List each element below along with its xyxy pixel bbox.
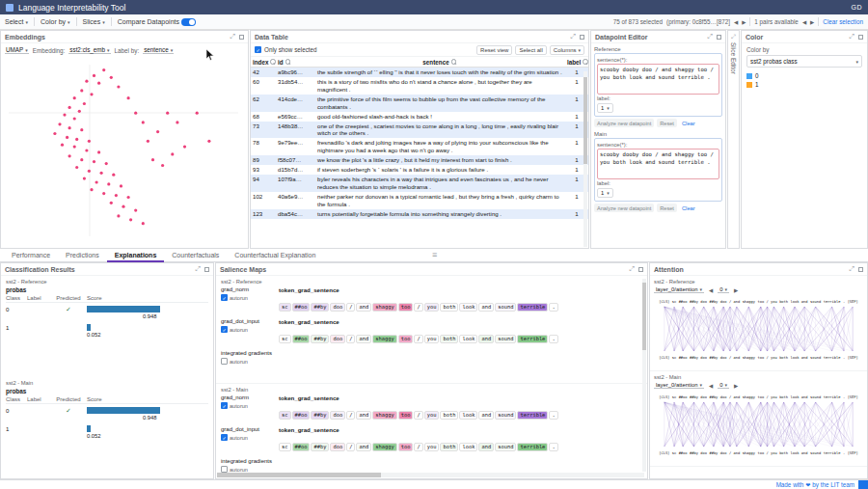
table-row[interactable]: 123dba54c…turns potentially forgettable … <box>251 209 588 219</box>
maximize-icon[interactable] <box>580 35 584 40</box>
token-chip[interactable]: sound <box>495 443 516 451</box>
token-chip[interactable]: . <box>549 411 557 420</box>
token-chip[interactable]: too <box>398 443 414 451</box>
token-chip[interactable]: . <box>549 303 557 312</box>
token-chip[interactable]: shaggy <box>372 411 396 420</box>
column-header-id[interactable]: id <box>276 58 314 67</box>
slice-editor-panel[interactable]: ⤢ Slice Editor <box>727 30 740 249</box>
token-chip[interactable]: you <box>424 303 440 312</box>
token-chip[interactable]: shaggy <box>372 303 396 312</box>
token-chip[interactable]: both <box>440 411 458 420</box>
prev-head-icon[interactable]: ◀ <box>709 383 713 389</box>
scrollbar-vertical[interactable] <box>642 279 646 472</box>
prev-datapoint-icon[interactable]: ◀ <box>734 19 738 25</box>
autorun-checkbox[interactable]: ✓ <box>221 402 228 409</box>
next-head-icon[interactable]: ▶ <box>734 383 738 389</box>
user-initials[interactable]: GD <box>852 4 863 11</box>
reset-button[interactable]: Reset <box>657 119 677 127</box>
autorun-checkbox[interactable]: ✓ <box>221 294 228 301</box>
autorun-checkbox[interactable] <box>221 466 228 473</box>
token-chip[interactable]: ##by <box>311 443 329 451</box>
compare-datapoints-control[interactable]: Compare Datapoints <box>118 18 196 26</box>
autorun-control[interactable]: ✓autorun <box>221 402 277 409</box>
token-chip[interactable]: ##oo <box>292 411 311 420</box>
sentence-input[interactable]: scooby dooby doo / and shaggy too / you … <box>597 64 719 95</box>
table-row[interactable]: 94107f9a…byler reveals his characters in… <box>251 175 588 192</box>
token-chip[interactable]: terrible <box>517 303 548 312</box>
splitter-drag-handle[interactable]: ≡ <box>432 250 437 259</box>
token-chip[interactable]: too <box>398 335 414 343</box>
column-header-sentence[interactable]: sentence <box>314 58 565 67</box>
table-row[interactable]: 62414cde…the primitive force of this fil… <box>251 95 588 112</box>
token-chip[interactable]: ##oo <box>292 303 311 312</box>
token-chip[interactable]: ##oo <box>292 443 311 451</box>
autorun-control[interactable]: autorun <box>221 466 277 473</box>
clear-selection-button[interactable]: Clear selection <box>823 18 863 25</box>
analyze-new-datapoint-button[interactable]: Analyze new datapoint <box>594 119 654 127</box>
projector-select[interactable]: UMAP▾ <box>5 46 29 54</box>
autorun-control[interactable]: ✓autorun <box>221 294 277 301</box>
token-chip[interactable]: and <box>478 335 494 343</box>
search-icon[interactable] <box>583 59 588 65</box>
token-chip[interactable]: sound <box>495 335 516 343</box>
popout-icon[interactable]: ⤢ <box>629 265 635 273</box>
token-chip[interactable]: / <box>414 335 422 343</box>
maximize-icon[interactable] <box>239 35 244 40</box>
embedding-select[interactable]: sst2:cls_emb▾ <box>68 46 110 54</box>
table-row[interactable]: 89f58c07…we know the plot 's a little cr… <box>251 155 588 165</box>
menu-slices[interactable]: Slices▾ <box>83 18 105 25</box>
popout-icon[interactable]: ⤢ <box>849 265 854 273</box>
token-chip[interactable]: doo <box>330 303 345 312</box>
expand-icon[interactable]: ⤢ <box>731 34 736 41</box>
maximize-icon[interactable] <box>858 267 863 272</box>
scrollbar-horizontal[interactable] <box>217 473 644 477</box>
token-chip[interactable]: terrible <box>517 411 548 420</box>
token-chip[interactable]: . <box>549 335 557 343</box>
maximize-icon[interactable] <box>717 35 721 40</box>
token-chip[interactable]: you <box>424 335 440 343</box>
table-row[interactable]: 68e569cc…good old-fashioned slash-and-ha… <box>251 112 588 122</box>
table-row[interactable]: 93d15b7d…if steven soderbergh 's ` solar… <box>251 165 588 175</box>
token-chip[interactable]: ##by <box>311 303 329 312</box>
autorun-control[interactable]: ✓autorun <box>221 434 277 441</box>
table-row[interactable]: 42a9bc96…the subtle strength of `` ellin… <box>251 68 588 77</box>
token-chip[interactable]: look <box>459 443 477 451</box>
next-pair-icon[interactable]: ▶ <box>810 19 814 25</box>
autorun-checkbox[interactable]: ✓ <box>221 326 228 333</box>
search-icon[interactable] <box>451 59 457 65</box>
prev-pair-icon[interactable]: ◀ <box>802 19 806 25</box>
clear-button[interactable]: Clear <box>680 204 697 212</box>
head-select[interactable]: 0▾ <box>718 382 729 389</box>
autorun-checkbox[interactable] <box>221 358 228 365</box>
sentence-input[interactable]: scooby dooby doo / and shaggy too / you … <box>597 149 719 179</box>
label-by-select[interactable]: sentence▾ <box>143 46 174 54</box>
reset-view-button[interactable]: Reset view <box>476 45 512 55</box>
table-row[interactable]: 789e79ee…fresnadillo 's dark and jolting… <box>251 138 588 155</box>
menu-color-by[interactable]: Color by▾ <box>41 18 70 25</box>
popout-icon[interactable]: ⤢ <box>707 33 713 41</box>
column-header-index[interactable]: index <box>251 58 276 67</box>
token-chip[interactable]: both <box>440 335 458 343</box>
token-chip[interactable]: doo <box>330 335 345 343</box>
token-chip[interactable]: ##by <box>311 335 329 343</box>
search-icon[interactable] <box>285 59 291 65</box>
token-chip[interactable]: sc <box>279 443 291 451</box>
token-chip[interactable]: / <box>414 443 422 451</box>
tab-explanations[interactable]: Explanations <box>107 249 165 262</box>
label-select[interactable]: 1▾ <box>597 103 613 113</box>
token-chip[interactable]: terrible <box>517 443 548 451</box>
prev-head-icon[interactable]: ◀ <box>709 287 713 293</box>
token-chip[interactable]: and <box>356 303 371 312</box>
token-chip[interactable]: too <box>398 411 414 420</box>
reset-button[interactable]: Reset <box>657 204 677 212</box>
token-chip[interactable]: ##oo <box>292 335 311 343</box>
columns-button[interactable]: Columns▾ <box>550 45 584 55</box>
popout-icon[interactable]: ⤢ <box>195 265 201 273</box>
token-chip[interactable]: shaggy <box>372 335 396 343</box>
token-chip[interactable]: sound <box>495 303 516 312</box>
label-select[interactable]: 1▾ <box>597 188 613 198</box>
token-chip[interactable]: both <box>440 303 458 312</box>
autorun-checkbox[interactable]: ✓ <box>221 434 228 441</box>
token-chip[interactable]: / <box>346 303 355 312</box>
tab-predictions[interactable]: Predictions <box>58 249 107 262</box>
